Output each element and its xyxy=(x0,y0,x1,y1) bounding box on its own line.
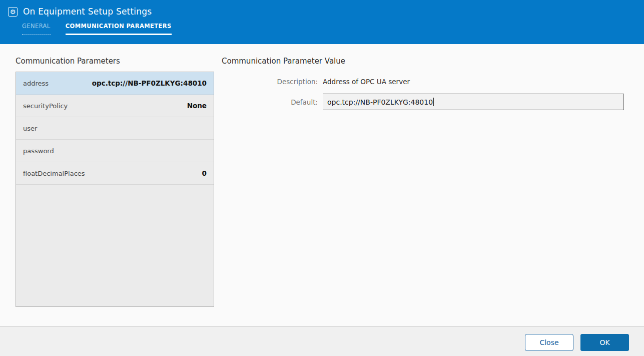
parameter-table: address opc.tcp://NB-PF0ZLKYG:48010 secu… xyxy=(16,72,214,307)
description-row: Description: Address of OPC UA server xyxy=(222,77,629,86)
default-value-text: opc.tcp://NB-PF0ZLKYG:48010 xyxy=(327,98,433,106)
parameter-name: user xyxy=(23,125,37,132)
left-panel-heading: Communication Parameters xyxy=(16,57,214,66)
default-value-input[interactable]: opc.tcp://NB-PF0ZLKYG:48010 xyxy=(323,94,624,110)
parameter-row-user[interactable]: user xyxy=(16,117,214,140)
parameter-row-securitypolicy[interactable]: securityPolicy None xyxy=(16,95,214,117)
dialog-header: On Equipment Setup Settings GENERAL COMM… xyxy=(0,0,644,44)
parameter-value: opc.tcp://NB-PF0ZLKYG:48010 xyxy=(92,79,207,87)
dialog-footer: Close OK xyxy=(0,326,644,356)
communication-parameter-value-panel: Communication Parameter Value Descriptio… xyxy=(222,57,629,118)
title-row: On Equipment Setup Settings xyxy=(0,0,644,17)
parameter-row-password[interactable]: password xyxy=(16,140,214,162)
parameter-value: None xyxy=(187,102,207,110)
ok-button[interactable]: OK xyxy=(580,334,629,351)
dialog-title: On Equipment Setup Settings xyxy=(23,7,152,17)
right-panel-heading: Communication Parameter Value xyxy=(222,57,629,66)
parameter-row-address[interactable]: address opc.tcp://NB-PF0ZLKYG:48010 xyxy=(16,72,214,95)
parameter-name: password xyxy=(23,147,54,155)
default-label: Default: xyxy=(222,98,323,107)
parameter-name: securityPolicy xyxy=(23,102,68,110)
tab-communication-parameters[interactable]: COMMUNICATION PARAMETERS xyxy=(66,23,172,35)
communication-parameters-panel: Communication Parameters address opc.tcp… xyxy=(16,57,214,307)
description-label: Description: xyxy=(222,77,323,86)
tab-general[interactable]: GENERAL xyxy=(22,23,51,35)
parameter-row-floatdecimalplaces[interactable]: floatDecimalPlaces 0 xyxy=(16,162,214,185)
parameter-name: floatDecimalPlaces xyxy=(23,170,85,177)
parameter-name: address xyxy=(23,80,49,87)
default-row: Default: opc.tcp://NB-PF0ZLKYG:48010 xyxy=(222,94,629,110)
tab-bar: GENERAL COMMUNICATION PARAMETERS xyxy=(22,23,644,35)
text-caret xyxy=(433,98,434,106)
description-value: Address of OPC UA server xyxy=(323,77,410,86)
parameter-value: 0 xyxy=(202,169,207,177)
close-button[interactable]: Close xyxy=(525,334,573,351)
equipment-settings-gear-icon xyxy=(8,7,18,17)
